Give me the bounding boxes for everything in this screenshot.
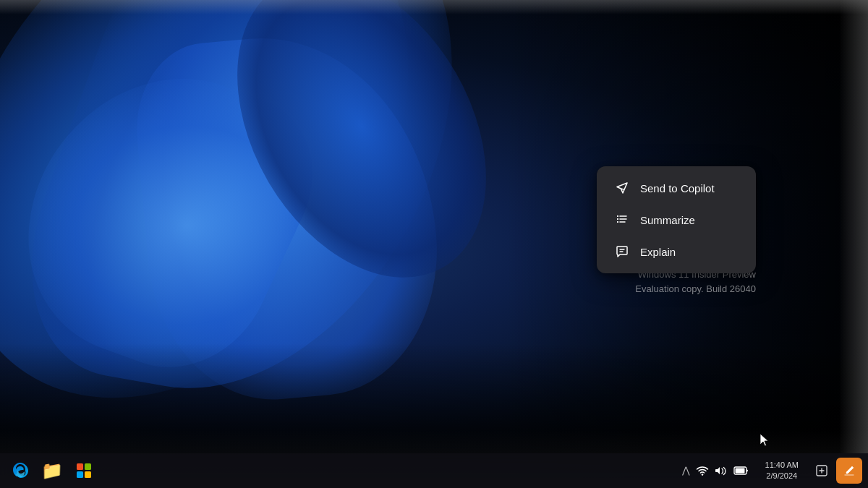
- copilot-send-icon: [614, 181, 630, 195]
- taskbar-clock[interactable]: 11:40 AM 2/9/2024: [760, 460, 804, 482]
- taskbar: 📁 ⋀: [0, 453, 868, 488]
- taskbar-system-tray: ⋀: [676, 458, 862, 484]
- clock-time: 11:40 AM: [765, 460, 799, 471]
- wifi-icon[interactable]: [696, 465, 709, 476]
- svg-rect-11: [77, 463, 83, 470]
- system-icons: ⋀: [676, 465, 755, 476]
- svg-rect-14: [85, 471, 91, 478]
- menu-item-summarize-label: Summarize: [640, 214, 695, 226]
- taskbar-corner-buttons: [809, 458, 862, 484]
- svg-rect-12: [85, 463, 91, 470]
- taskbar-ms-store-icon[interactable]: [69, 456, 98, 485]
- summarize-icon: [614, 213, 630, 227]
- pencil-edit-button[interactable]: [836, 458, 862, 484]
- taskbar-apps: 📁: [6, 456, 676, 485]
- menu-item-summarize[interactable]: Summarize: [603, 204, 750, 236]
- clock-date: 2/9/2024: [766, 471, 797, 481]
- folder-icon: 📁: [41, 461, 63, 481]
- menu-item-send-to-copilot[interactable]: Send to Copilot: [603, 172, 750, 204]
- menu-item-explain-label: Explain: [640, 246, 676, 258]
- taskbar-edge-icon[interactable]: [6, 456, 35, 485]
- menu-item-send-to-copilot-label: Send to Copilot: [640, 182, 715, 194]
- menu-item-explain[interactable]: Explain: [603, 236, 750, 267]
- svg-rect-16: [735, 468, 744, 474]
- svg-point-7: [617, 218, 618, 220]
- explain-icon: [614, 244, 630, 259]
- tray-overflow-chevron[interactable]: ⋀: [682, 465, 690, 476]
- snipping-tool-button[interactable]: [809, 458, 835, 484]
- mouse-cursor: [760, 433, 768, 446]
- svg-point-6: [617, 215, 618, 217]
- svg-rect-13: [77, 471, 83, 478]
- copilot-context-menu: Send to Copilot Summarize: [597, 166, 756, 273]
- volume-icon[interactable]: [715, 465, 728, 476]
- battery-icon[interactable]: [733, 466, 749, 476]
- svg-point-8: [617, 221, 618, 223]
- taskbar-file-explorer-icon[interactable]: 📁: [38, 456, 67, 485]
